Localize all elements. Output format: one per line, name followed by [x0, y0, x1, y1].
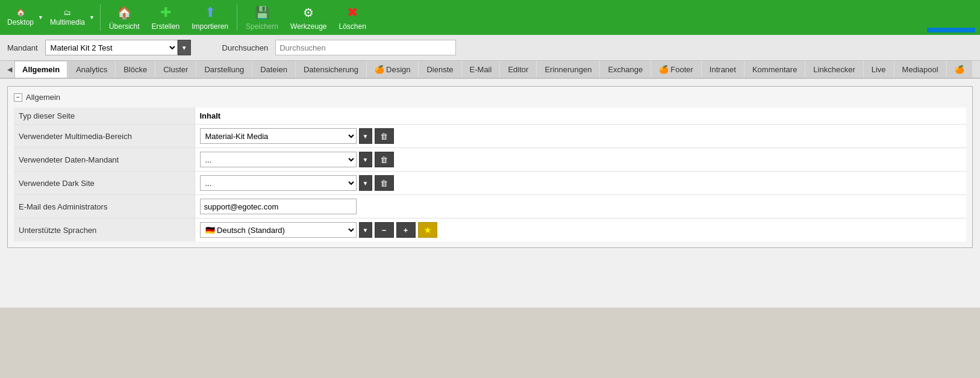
tab-exchange[interactable]: Exchange	[600, 61, 651, 78]
tab-scroll-left[interactable]: ◀	[5, 66, 14, 73]
tab-cluster[interactable]: Cluster	[155, 61, 196, 78]
werkzeuge-icon: ⚙	[299, 4, 318, 21]
sprachen-minus-btn[interactable]: −	[375, 222, 394, 238]
tab-footer[interactable]: 🍊Footer	[651, 61, 701, 78]
design-icon: 🍊	[375, 65, 384, 74]
form-table: Typ dieser Seite Inhalt Verwendeter Mult…	[14, 108, 966, 241]
tab-erinnerungen[interactable]: Erinnerungen	[537, 61, 599, 78]
separator-1	[100, 4, 101, 31]
erstellen-button[interactable]: ✚ Erstellen	[147, 2, 185, 33]
ubersicht-icon: 🏠	[114, 4, 134, 21]
filter-bar: Mandant Material Kit 2 Test ▼ Durchsuche…	[0, 35, 980, 61]
field-label-dark-site: Verwendete Dark Site	[14, 172, 195, 195]
tabs-bar: ◀ Allgemein Analytics Blöcke Cluster Dar…	[0, 61, 980, 79]
multimedia-button[interactable]: 🗂 Multimedia	[48, 6, 87, 29]
dark-site-delete-btn[interactable]: 🗑	[375, 175, 394, 191]
email-input[interactable]	[200, 199, 357, 214]
desktop-icon: 🏠	[16, 8, 25, 17]
section-title-text: Allgemein	[26, 93, 60, 102]
importieren-label: Importieren	[192, 22, 228, 31]
tab-allgemein[interactable]: Allgemein	[14, 61, 67, 79]
multimedia-bereich-dropdown-btn[interactable]: ▼	[359, 128, 372, 144]
separator-2	[237, 4, 237, 31]
desktop-btn-group: 🏠 Desktop ▼	[5, 6, 45, 29]
ubersicht-label: Übersicht	[109, 22, 140, 31]
footer-icon: 🍊	[659, 65, 669, 74]
dark-site-select-group: ... ▼ 🗑	[200, 175, 962, 191]
multimedia-dropdown-arrow[interactable]: ▼	[87, 6, 96, 29]
field-label-multimedia: Verwendeter Multimedia-Bereich	[14, 125, 195, 148]
werkzeuge-button[interactable]: ⚙ Werkzeuge	[286, 2, 331, 33]
tab-mediapool[interactable]: Mediapool	[894, 61, 946, 78]
erstellen-icon: ✚	[156, 4, 175, 21]
field-value-daten-mandant: ... ▼ 🗑	[195, 148, 966, 172]
field-label-email: E-Mail des Administrators	[14, 195, 195, 218]
table-row: Verwendeter Daten-Mandant ... ▼ 🗑	[14, 148, 966, 172]
speichern-icon: 💾	[252, 4, 272, 21]
loschen-icon: ✖	[343, 4, 362, 21]
field-label-typ: Typ dieser Seite	[14, 108, 195, 125]
tab-design[interactable]: 🍊Design	[367, 61, 418, 78]
sprachen-select-group: 🇩🇪 Deutsch (Standard) ▼ − + ★	[200, 222, 962, 238]
werkzeuge-label: Werkzeuge	[290, 22, 326, 31]
table-row: E-Mail des Administrators	[14, 195, 966, 218]
tab-datensicherung[interactable]: Datensicherung	[296, 61, 366, 78]
speichern-button[interactable]: 💾 Speichern	[241, 2, 283, 33]
multimedia-bereich-delete-btn[interactable]: 🗑	[375, 128, 394, 144]
table-row: Typ dieser Seite Inhalt	[14, 108, 966, 125]
tab-editor[interactable]: Editor	[500, 61, 536, 78]
mandant-dropdown-button[interactable]: ▼	[178, 40, 191, 55]
tab-email[interactable]: E-Mail	[462, 61, 500, 78]
search-input[interactable]	[275, 40, 456, 55]
allgemein-section: − Allgemein Typ dieser Seite Inhalt Verw…	[7, 86, 973, 248]
field-value-sprachen: 🇩🇪 Deutsch (Standard) ▼ − + ★	[195, 218, 966, 242]
sprachen-plus-btn[interactable]: +	[396, 222, 416, 238]
field-value-email	[195, 195, 966, 218]
sprachen-dropdown-btn[interactable]: ▼	[359, 222, 372, 238]
speichern-label: Speichern	[246, 22, 278, 31]
desktop-dropdown-arrow[interactable]: ▼	[36, 6, 45, 29]
tab-analytics[interactable]: Analytics	[68, 61, 115, 78]
importieren-icon: ⬆	[201, 4, 220, 21]
daten-mandant-delete-btn[interactable]: 🗑	[375, 152, 394, 167]
ubersicht-button[interactable]: 🏠 Übersicht	[104, 2, 145, 33]
more-icon: 🍊	[955, 65, 964, 74]
mandant-select[interactable]: Material Kit 2 Test	[45, 40, 178, 55]
tab-intranet[interactable]: Intranet	[702, 61, 744, 78]
sprachen-star-btn[interactable]: ★	[418, 222, 437, 238]
sprachen-select[interactable]: 🇩🇪 Deutsch (Standard)	[200, 222, 357, 238]
field-label-daten-mandant: Verwendeter Daten-Mandant	[14, 148, 195, 172]
erstellen-label: Erstellen	[152, 22, 180, 31]
daten-mandant-select[interactable]: ...	[200, 152, 357, 167]
tab-dateien[interactable]: Dateien	[252, 61, 295, 78]
tab-more[interactable]: 🍊	[947, 61, 972, 78]
search-label: Durchsuchen	[222, 43, 269, 52]
multimedia-select-group: Material-Kit Media ▼ 🗑	[200, 128, 962, 144]
multimedia-bereich-select[interactable]: Material-Kit Media	[200, 128, 357, 144]
tab-blocke[interactable]: Blöcke	[116, 61, 155, 78]
dark-site-select[interactable]: ...	[200, 175, 357, 191]
field-label-sprachen: Unterstützte Sprachen	[14, 218, 195, 242]
desktop-button[interactable]: 🏠 Desktop	[5, 6, 36, 29]
typ-value: Inhalt	[200, 111, 221, 120]
multimedia-icon: 🗂	[64, 8, 71, 17]
tab-live[interactable]: Live	[864, 61, 894, 78]
multimedia-btn-group: 🗂 Multimedia ▼	[48, 6, 96, 29]
table-row: Verwendete Dark Site ... ▼ 🗑	[14, 172, 966, 195]
field-value-dark-site: ... ▼ 🗑	[195, 172, 966, 195]
tab-dienste[interactable]: Dienste	[419, 61, 461, 78]
daten-mandant-dropdown-btn[interactable]: ▼	[359, 152, 372, 167]
tab-kommentare[interactable]: Kommentare	[744, 61, 805, 78]
tab-darstellung[interactable]: Darstellung	[196, 61, 252, 78]
loschen-button[interactable]: ✖ Löschen	[334, 2, 371, 33]
table-row: Verwendeter Multimedia-Bereich Material-…	[14, 125, 966, 148]
section-collapse-button[interactable]: −	[14, 93, 22, 102]
section-title: − Allgemein	[14, 93, 966, 102]
daten-mandant-select-group: ... ▼ 🗑	[200, 152, 962, 167]
importieren-button[interactable]: ⬆ Importieren	[187, 2, 233, 33]
loschen-label: Löschen	[339, 22, 366, 31]
dark-site-dropdown-btn[interactable]: ▼	[359, 175, 372, 191]
tab-linkchecker[interactable]: Linkchecker	[805, 61, 863, 78]
field-value-typ: Inhalt	[195, 108, 966, 125]
field-value-multimedia: Material-Kit Media ▼ 🗑	[195, 125, 966, 148]
